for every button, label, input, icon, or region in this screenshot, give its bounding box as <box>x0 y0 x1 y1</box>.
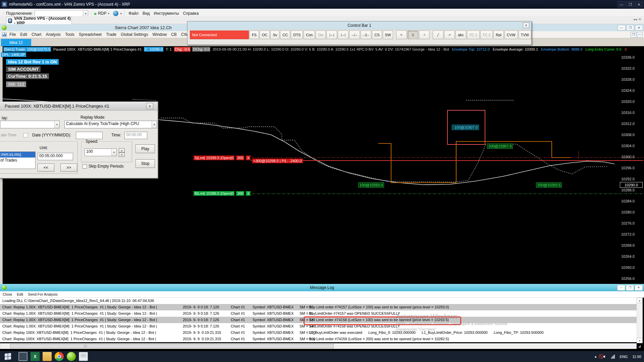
speed-combobox[interactable]: 100 ▼ <box>85 148 117 156</box>
sierra-menu-file[interactable]: File <box>9 31 16 38</box>
volume-muted-icon[interactable]: ⃠ <box>601 354 606 359</box>
chevron-down-icon[interactable]: ▼ <box>54 121 59 128</box>
chart-restore-button[interactable]: ❐ <box>631 32 636 38</box>
restore-button[interactable]: ❐ <box>626 1 634 7</box>
menu-вид[interactable]: Вид <box>141 10 152 17</box>
line-tool-icon[interactable]: ╱ <box>433 31 443 39</box>
message-log-titlebar[interactable]: Message Log — ❐ ✕ <box>0 284 644 291</box>
jump-end-icon[interactable]: |→| <box>338 31 348 39</box>
globe-icon[interactable] <box>113 11 118 16</box>
date-field[interactable] <box>76 132 103 139</box>
chevron-down-icon[interactable]: ▼ <box>111 149 116 156</box>
sierra-menu-edit[interactable]: Edit <box>20 31 27 38</box>
sierra-icon[interactable] <box>67 352 76 361</box>
pointer-tool-icon[interactable]: ↖ <box>396 31 407 39</box>
tab-nav-icons[interactable]: ◂ ▸ ✕ <box>633 17 641 21</box>
log-row-loading[interactable]: Loading DLL C:\SierraChart_2\Data\George… <box>0 298 637 304</box>
clock[interactable]: 11:50 <box>632 355 641 359</box>
excel-icon[interactable]: X <box>31 352 40 361</box>
session-tab[interactable]: R VAN Zomro VPS - (Account 4) - XRP <box>6 17 72 24</box>
fs-button[interactable]: FS <box>250 31 259 39</box>
log-minimize-button[interactable]: — <box>617 285 625 291</box>
language-indicator[interactable]: ENG <box>620 355 628 359</box>
sierra-close-button[interactable]: ✕ <box>635 25 643 31</box>
buy-limit-main[interactable]: B|Lmt| 10286.5 |Open|0 <box>194 191 234 196</box>
rdp-protocol-label[interactable]: RDP <box>98 11 106 16</box>
replay-button[interactable]: Rpl <box>493 31 504 39</box>
text-tool-button[interactable]: abc <box>455 31 466 39</box>
buy-limit-cancel-icon[interactable]: X <box>246 191 250 196</box>
dts-button[interactable]: DTS <box>291 31 303 39</box>
expand-bars-icon[interactable]: →||← <box>361 31 371 39</box>
tray-expand-icon[interactable]: ▴ <box>595 354 597 359</box>
chevron-down-icon[interactable]: ▼ <box>83 10 88 17</box>
sierra-menu-analysis[interactable]: Analysis <box>46 31 61 38</box>
crosshair-tool-icon[interactable]: ┼ <box>408 31 418 39</box>
sierra-restore-button[interactable]: ❐ <box>626 25 634 31</box>
sierra-menu-cw[interactable]: CW <box>181 31 188 38</box>
minimize-button[interactable]: — <box>618 1 626 7</box>
unit-list-item-0[interactable]: :mm:ss.ms) <box>0 152 35 158</box>
stop-button[interactable]: Stop <box>136 159 155 168</box>
resize-grip-icon[interactable]: ◢ <box>638 344 641 348</box>
sierra-menu-spreadsheet[interactable]: Spreadsheet <box>79 31 102 38</box>
menu-справка[interactable]: Справка <box>181 10 201 17</box>
tc1-button[interactable]: TC 1 <box>467 31 480 39</box>
speed-up-icon[interactable]: ▲ <box>119 148 125 153</box>
replay-mode-combobox[interactable]: Calculate At Every Tick/Trade (High CPU … <box>64 121 157 128</box>
sierra-minimize-button[interactable]: — <box>618 25 626 31</box>
cross-marker-tool-icon[interactable]: + <box>419 31 430 39</box>
sv-button[interactable]: Sv <box>270 31 279 39</box>
play-button[interactable]: Play <box>136 144 155 153</box>
oc-button[interactable]: OC <box>260 31 270 39</box>
log-row[interactable]: Chart: Replay 1.00X: XBTUSD-BMEX[M] 1 Pr… <box>0 304 637 310</box>
notes-icon[interactable] <box>79 352 88 361</box>
connect-button[interactable]: Con <box>304 31 315 39</box>
replay-dialog-close-icon[interactable]: x <box>146 103 153 109</box>
cc-button[interactable]: CC <box>280 31 290 39</box>
folder-icon[interactable] <box>43 352 52 361</box>
sell-limit-main[interactable]: S|Lmt| 10299.5 |Open|0 <box>194 156 234 160</box>
tvw-button[interactable]: TVW <box>519 31 531 39</box>
buy-limit-qty[interactable]: 300 <box>236 191 244 196</box>
speed-down-icon[interactable]: ▼ <box>119 153 125 157</box>
cs-button[interactable]: CS <box>372 31 382 39</box>
chart-to-replay-combobox[interactable]: ▼ <box>0 121 60 128</box>
log-row[interactable]: Chart: Replay 100X: XBTUSD-BMEX[M] 1 Pri… <box>0 336 637 342</box>
sierra-menu-window[interactable]: Window <box>152 31 167 38</box>
step-back-button[interactable]: << <box>38 164 54 172</box>
tab-idea-12[interactable]: Idea 12 <box>1 39 31 46</box>
start-button[interactable] <box>0 351 15 362</box>
scroll-up-icon[interactable]: ▲ <box>637 298 643 303</box>
menu-файл[interactable]: Файл <box>126 10 141 17</box>
compress-bars-icon[interactable]: →|← <box>349 31 360 39</box>
control-bar-titlebar[interactable]: Control Bar 1 x <box>187 21 531 29</box>
start-date-time-checkbox[interactable] <box>23 133 28 137</box>
network-icon[interactable] <box>611 355 615 359</box>
log-restore-button[interactable]: ❐ <box>626 285 634 291</box>
close-button[interactable]: ✕ <box>635 1 643 7</box>
scroll-down-icon[interactable]: ▼ <box>637 338 643 343</box>
sierra-menu-chart[interactable]: Chart <box>32 31 41 38</box>
sierra-menu-tools[interactable]: Tools <box>65 31 74 38</box>
log-menu-send-for-analysis[interactable]: Send For Analysis <box>28 292 58 297</box>
tc2-button[interactable]: TC 2 <box>480 31 493 39</box>
cvw-button[interactable]: CVW <box>504 31 518 39</box>
rdp-icon[interactable] <box>18 352 28 361</box>
sell-limit-qty[interactable]: 300 <box>236 156 244 160</box>
replay-unit-listbox[interactable]: :mm:ss.ms)of Trades <box>0 152 36 169</box>
chevron-down-icon[interactable]: ▼ <box>152 121 157 128</box>
log-row[interactable]: Chart: Replay 1.00X: XBTUSD-BMEX[M] 1 Pr… <box>0 310 637 317</box>
log-row[interactable]: Chart: Replay 100X: XBTUSD-BMEX[M] 1 Pri… <box>0 329 637 336</box>
jump-begin-icon[interactable]: |←| <box>326 31 337 39</box>
rdp-chevron-icon[interactable]: ▼ <box>107 12 110 15</box>
chrome-icon[interactable] <box>55 352 64 361</box>
time-field[interactable]: 00:00:00 <box>124 132 147 139</box>
ray-tool-icon[interactable]: ↗ <box>444 31 455 39</box>
disconnect-button[interactable]: Dis <box>316 31 326 39</box>
connect-play-icon[interactable]: ▶ <box>94 12 97 15</box>
sw-button[interactable]: SW <box>383 31 393 39</box>
log-vertical-scrollbar[interactable] <box>637 298 643 343</box>
globe-chevron-icon[interactable]: ▼ <box>120 12 122 15</box>
log-close-button[interactable]: ✕ <box>635 285 643 291</box>
